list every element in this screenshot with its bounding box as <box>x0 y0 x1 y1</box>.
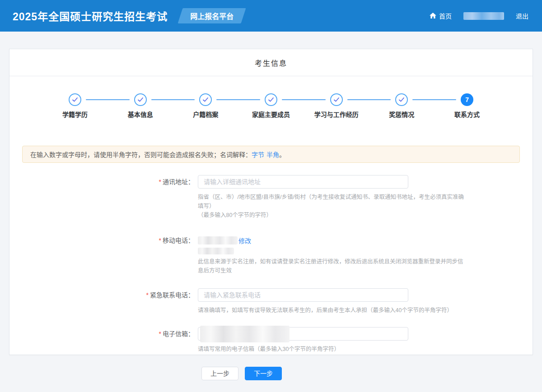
nav-logout-link[interactable]: 退出 <box>516 11 528 20</box>
required-asterisk: * <box>159 178 161 185</box>
emergency-phone-row: *紧急联系电话： 请准确填写，如填写有误导致无法联系考生的，后果由考生本人承担（… <box>9 288 533 315</box>
step-check-icon <box>265 93 277 106</box>
step-check-icon <box>199 93 212 106</box>
nav-home-link[interactable]: 首页 <box>430 11 452 20</box>
app-title: 2025年全国硕士研究生招生考试 <box>13 8 168 23</box>
header-nav: 首页 退出 <box>430 11 528 20</box>
step-label: 联系方式 <box>454 110 480 119</box>
glossary-halfwidth-link[interactable]: 半角 <box>266 150 279 159</box>
halfwidth-warning-alert: 在输入数字或字母时，请使用半角字符，否则可能会造成报名失败；名词解释： 字节 半… <box>22 146 520 163</box>
app-header: 2025年全国硕士研究生招生考试 网上报名平台 首页 退出 <box>0 0 542 32</box>
mobile-phone-row: *移动电话： 修改 此信息来源于实名注册，如有误请登录实名注册进行修改，修改后退… <box>9 234 533 275</box>
step-check-icon <box>69 93 81 106</box>
platform-badge: 网上报名平台 <box>180 8 243 23</box>
step-connector <box>216 99 260 100</box>
step-check-icon <box>134 93 147 106</box>
step-label: 学籍学历 <box>62 110 88 119</box>
required-asterisk: * <box>159 330 161 337</box>
step-connector <box>282 99 326 100</box>
step-label: 学习与工作经历 <box>314 110 359 119</box>
step-student-status[interactable]: 学籍学历 <box>69 93 81 106</box>
candidate-info-panel: 考生信息 学籍学历 基本信息 户籍档案 家庭主要 <box>9 49 533 355</box>
emergency-phone-label: *紧急联系电话： <box>9 288 198 315</box>
step-study-work-experience[interactable]: 学习与工作经历 <box>330 93 343 106</box>
mobile-phone-help: 此信息来源于实名注册，如有误请登录实名注册进行修改，修改后退出系统且关闭浏览器重… <box>198 257 464 275</box>
step-check-icon <box>395 93 408 106</box>
step-connector <box>412 99 456 100</box>
step-label: 家庭主要成员 <box>252 110 290 119</box>
emergency-phone-input[interactable] <box>198 288 408 302</box>
alert-text: 在输入数字或字母时，请使用半角字符，否则可能会造成报名失败；名词解释： <box>30 150 252 159</box>
mobile-phone-label: *移动电话： <box>9 234 198 275</box>
step-label: 基本信息 <box>128 110 153 119</box>
step-number-badge: 7 <box>461 93 473 106</box>
step-basic-info[interactable]: 基本信息 <box>134 93 147 106</box>
redacted-username <box>463 12 504 20</box>
address-row: *通讯地址： 指省（区、市）/地市区盟/县市旗/乡镇/街村（为考生接收复试通知书… <box>9 175 533 220</box>
step-label: 奖惩情况 <box>389 110 414 119</box>
step-connector <box>151 99 195 100</box>
step-connector <box>86 99 130 100</box>
step-family-members[interactable]: 家庭主要成员 <box>265 93 277 106</box>
home-icon <box>430 13 436 19</box>
wizard-stepper: 学籍学历 基本信息 户籍档案 家庭主要成员 学习 <box>69 93 473 106</box>
panel-title: 考生信息 <box>255 57 287 68</box>
redacted-phone-number-secondary <box>198 248 234 254</box>
address-input[interactable] <box>198 175 408 189</box>
contact-info-form: *通讯地址： 指省（区、市）/地市区盟/县市旗/乡镇/街村（为考生接收复试通知书… <box>9 175 533 380</box>
panel-title-bar: 考生信息 <box>9 49 533 76</box>
step-check-icon <box>330 93 343 106</box>
redacted-email-value <box>200 326 290 342</box>
step-rewards-punishments[interactable]: 奖惩情况 <box>395 93 408 106</box>
redacted-phone-number <box>198 236 238 244</box>
form-actions: 上一步 下一步 <box>201 367 533 380</box>
nav-home-label: 首页 <box>439 11 452 20</box>
required-asterisk: * <box>159 237 161 244</box>
required-asterisk: * <box>146 291 149 299</box>
step-connector <box>347 99 391 100</box>
address-label: *通讯地址： <box>9 175 198 220</box>
modify-phone-link[interactable]: 修改 <box>238 236 251 245</box>
step-contact-info-active[interactable]: 7 联系方式 <box>461 93 473 106</box>
step-household-archive[interactable]: 户籍档案 <box>199 93 212 106</box>
glossary-byte-link[interactable]: 字节 <box>252 150 264 159</box>
email-row: *电子信箱： 请填写常用的电子信箱（最多输入30个字节的半角字符） <box>9 327 533 354</box>
emergency-phone-help: 请准确填写，如填写有误导致无法联系考生的，后果由考生本人承担（最多输入40个字节… <box>198 306 505 315</box>
platform-badge-label: 网上报名平台 <box>180 8 243 23</box>
step-label: 户籍档案 <box>193 110 218 119</box>
next-step-button[interactable]: 下一步 <box>245 367 282 380</box>
alert-suffix: 。 <box>279 150 285 159</box>
email-help: 请填写常用的电子信箱（最多输入30个字节的半角字符） <box>198 345 464 354</box>
address-help: 指省（区、市）/地市区盟/县市旗/乡镇/街村（为考生接收复试通知书、录取通知书地… <box>198 193 464 220</box>
email-label: *电子信箱： <box>9 327 198 354</box>
previous-step-button[interactable]: 上一步 <box>201 367 238 380</box>
